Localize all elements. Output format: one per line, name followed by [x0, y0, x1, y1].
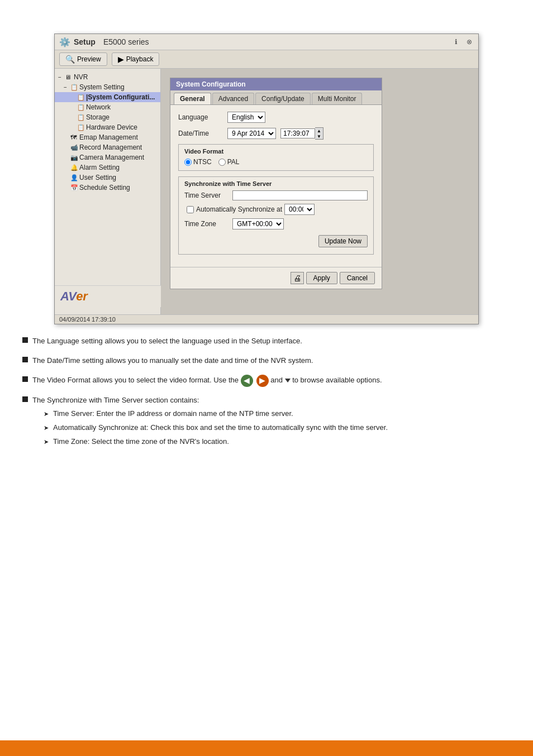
- aver-logo: AVer: [60, 289, 88, 303]
- bullet-item-1: The Language setting allows you to selec…: [22, 336, 511, 347]
- sidebar-item-system-config[interactable]: 📋 |System Configurati...: [55, 92, 160, 102]
- nav-arrow-left[interactable]: ◀: [241, 375, 253, 387]
- triangle-down-icon: [285, 379, 291, 382]
- sub-bullet-2: ➤ Automatically Synchronize at: Check th…: [44, 422, 388, 434]
- pal-radio[interactable]: [218, 159, 226, 166]
- playback-icon: ▶: [118, 55, 124, 64]
- sidebar-item-label: |System Configurati...: [86, 93, 155, 101]
- bullet-item-3: The Video Format allows you to select th…: [22, 375, 511, 387]
- app-icon: ⚙️: [59, 36, 70, 47]
- sidebar-item-label: Alarm Setting: [79, 164, 120, 171]
- auto-sync-time-select[interactable]: 00:00: [284, 204, 315, 215]
- close-icon[interactable]: ⊗: [465, 37, 474, 46]
- expand-icon: −: [64, 84, 69, 90]
- bullet-text-4: The Synchronize with Time Server section…: [32, 396, 199, 404]
- video-format-legend: Video Format: [184, 148, 368, 155]
- timezone-label: Time Zone: [184, 220, 229, 228]
- aver-logo-area: AVer: [55, 285, 161, 307]
- preview-icon: 🔍: [65, 55, 75, 64]
- time-server-legend: Synchronize with Time Server: [184, 180, 368, 187]
- sidebar-item-system-setting[interactable]: − 📋 System Setting: [55, 82, 160, 92]
- bullet-item-2: The Date/Time setting allows you to manu…: [22, 355, 511, 367]
- emap-icon: 🗺: [70, 134, 78, 141]
- sidebar-item-user[interactable]: 👤 User Setting: [55, 173, 160, 183]
- time-server-input[interactable]: [232, 190, 368, 200]
- title-left: ⚙️ Setup E5000 series: [59, 36, 149, 47]
- time-server-label: Time Server: [184, 192, 229, 199]
- auto-sync-row: Automatically Synchronize at 00:00: [187, 204, 368, 215]
- config-tabs: General Advanced Config/Update Multi Mon…: [170, 90, 382, 105]
- screenshot-area: ⚙️ Setup E5000 series ℹ ⊗ 🔍 Preview ▶ Pl…: [0, 34, 533, 469]
- ntsc-label: NTSC: [193, 158, 212, 166]
- ntsc-radio-item[interactable]: NTSC: [184, 158, 212, 166]
- auto-sync-checkbox[interactable]: [187, 206, 194, 213]
- time-server-row: Time Server: [184, 190, 368, 200]
- alarm-icon: 🔔: [70, 164, 78, 171]
- bullet-text-2: The Date/Time setting allows you to manu…: [32, 355, 313, 367]
- tab-advanced[interactable]: Advanced: [212, 93, 254, 104]
- record-icon: 📹: [70, 144, 78, 151]
- chevron-right-icon-3: ➤: [44, 437, 49, 447]
- nvr-icon: 🖥: [65, 74, 73, 80]
- playback-button[interactable]: ▶ Playback: [112, 52, 160, 66]
- app-window: ⚙️ Setup E5000 series ℹ ⊗ 🔍 Preview ▶ Pl…: [54, 34, 479, 324]
- pal-radio-item[interactable]: PAL: [218, 158, 240, 166]
- sidebar-item-label: Record Management: [79, 143, 142, 151]
- info-icon[interactable]: ℹ: [451, 37, 460, 46]
- nav-arrows: ◀ ▶: [241, 375, 269, 387]
- video-format-radios: NTSC PAL: [184, 158, 368, 166]
- datetime-row: Date/Time 9 Apr 2014 ▲ ▼: [178, 127, 374, 140]
- sidebar-item-record[interactable]: 📹 Record Management: [55, 142, 160, 152]
- sidebar-item-label: User Setting: [79, 174, 116, 181]
- sidebar-item-emap[interactable]: 🗺 Emap Management: [55, 132, 160, 142]
- content-area: System Configuration General Advanced Co…: [161, 69, 478, 314]
- toolbar: 🔍 Preview ▶ Playback: [55, 50, 478, 69]
- timezone-row: Time Zone GMT+00:00: [184, 218, 368, 229]
- ntsc-radio[interactable]: [184, 159, 192, 166]
- pal-label: PAL: [227, 158, 240, 166]
- cancel-button[interactable]: Cancel: [340, 272, 375, 284]
- tab-multi-monitor[interactable]: Multi Monitor: [312, 93, 363, 104]
- tab-general[interactable]: General: [174, 93, 211, 104]
- sidebar-item-camera[interactable]: 📷 Camera Management: [55, 152, 160, 162]
- sub-bullet-text-3: Time Zone: Select the time zone of the N…: [53, 436, 229, 448]
- preview-button[interactable]: 🔍 Preview: [59, 52, 107, 66]
- sidebar-item-nvr[interactable]: − 🖥 NVR: [55, 72, 160, 82]
- title-right: ℹ ⊗: [451, 37, 474, 46]
- spinner-buttons: ▲ ▼: [315, 127, 323, 140]
- tab-config-update[interactable]: Config/Update: [255, 93, 311, 104]
- sidebar-item-schedule[interactable]: 📅 Schedule Setting: [55, 183, 160, 193]
- nav-arrow-right[interactable]: ▶: [256, 375, 269, 387]
- sub-bullet-text-1: Time Server: Enter the IP address or dom…: [53, 408, 293, 420]
- date-select[interactable]: 9 Apr 2014: [227, 128, 276, 139]
- schedule-icon: 📅: [70, 184, 78, 192]
- datetime-status: 04/09/2014 17:39:10: [59, 316, 116, 323]
- sidebar-item-network[interactable]: 📋 Network: [55, 102, 160, 112]
- time-spinner: ▲ ▼: [280, 127, 323, 140]
- apply-button[interactable]: Apply: [306, 272, 337, 284]
- timezone-select[interactable]: GMT+00:00: [232, 218, 284, 229]
- sidebar-item-storage[interactable]: 📋 Storage: [55, 112, 160, 122]
- sidebar-item-label: Network: [86, 103, 111, 111]
- spinner-down-button[interactable]: ▼: [315, 133, 323, 139]
- bullet-icon-4: [22, 396, 28, 402]
- playback-label: Playback: [126, 55, 154, 63]
- sidebar-item-label: NVR: [74, 73, 88, 81]
- config-footer: 🖨 Apply Cancel: [170, 267, 382, 289]
- bullet-text-1: The Language setting allows you to selec…: [32, 336, 302, 347]
- language-row: Language English: [178, 112, 374, 123]
- status-bar: 04/09/2014 17:39:10: [55, 314, 478, 324]
- config-panel-title: System Configuration: [170, 78, 382, 90]
- update-now-button[interactable]: Update Now: [318, 235, 368, 247]
- sidebar: − 🖥 NVR − 📋 System Setting 📋 |System Con…: [55, 69, 161, 314]
- sidebar-item-hardware[interactable]: 📋 Hardware Device: [55, 122, 160, 132]
- chevron-right-icon-1: ➤: [44, 409, 49, 419]
- print-button[interactable]: 🖨: [291, 272, 304, 284]
- spinner-up-button[interactable]: ▲: [315, 128, 323, 133]
- sidebar-item-alarm[interactable]: 🔔 Alarm Setting: [55, 162, 160, 173]
- sub-bullet-1: ➤ Time Server: Enter the IP address or d…: [44, 408, 388, 420]
- time-input[interactable]: [280, 128, 315, 138]
- camera-icon: 📷: [70, 154, 78, 161]
- sidebar-item-label: System Setting: [79, 83, 125, 91]
- language-select[interactable]: English: [227, 112, 265, 123]
